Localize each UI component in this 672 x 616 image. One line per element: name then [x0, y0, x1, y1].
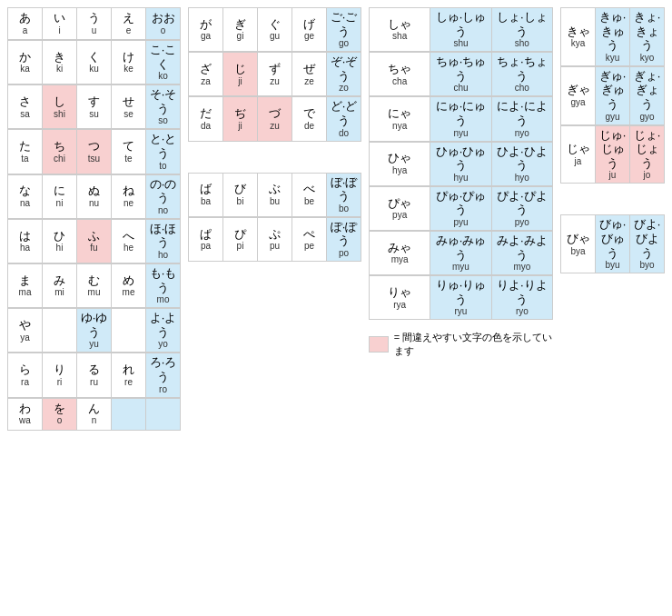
romaji-u: u [92, 25, 97, 36]
table-ja: じゃja じゅ·じゅうju じょ·じょうjo [560, 125, 665, 184]
kana-oo: おお [152, 11, 175, 25]
legend-text: = 間違えやすい文字の色を示しています [394, 331, 553, 358]
romaji-o: o [161, 25, 166, 36]
right-section: しゃsha しゅ·しゅうshu しょ·しょうsho ちゃcha ちゅ·ちゅうch… [369, 7, 553, 431]
table-sa: さsa しshi すsu せse そ·そうso [7, 84, 181, 129]
legend: = 間違えやすい文字の色を示しています [369, 331, 553, 358]
table-empty1 [188, 142, 361, 173]
middle-section: がga ぎgi ぐgu げge ご·ごうgo ざza じji ずzu ぜze ぞ… [188, 7, 361, 431]
table-gya: ぎゃgya ぎゅ·ぎゅうgyu ぎょ·ぎょうgyo [560, 66, 665, 125]
table-nya: にゃnya にゅ·にゅうnyu によ·にようnyo [369, 96, 553, 141]
table-spacer2 [560, 184, 665, 214]
table-aiueo: あa いi うu えe おおo [7, 7, 181, 40]
table-ta: たta ちchi つtsu てte と·とうto [7, 129, 181, 174]
table-mya: みゃmya みゅ·みゅうmyu みよ·みようmyo [369, 231, 553, 275]
table-ka: かka きki くku けke こ·こくko [7, 40, 181, 84]
table-na: なna にni ぬnu ねne の·のうno [7, 174, 181, 219]
kana-e: え [123, 11, 134, 25]
table-rya: りゃrya りゅ·りゅうryu りよ·りようryo [369, 275, 553, 320]
table-wa: わwa をo んn [7, 398, 181, 431]
table-hya: ひゃhya ひゅ·ひゅうhyu ひよ·ひようhyo [369, 142, 553, 186]
romaji-a: a [23, 25, 28, 36]
romaji-i: i [58, 25, 60, 36]
left-section: あa いi うu えe おおo かka きki くku けke こ·こくko さ… [7, 7, 181, 431]
table-pya: ぴゃpya ぴゅ·ぴゅうpyu ぴよ·ぴようpyo [369, 186, 553, 231]
table-ma: まma みmi むmu めme も·もうmo [7, 263, 181, 308]
table-za: ざza じji ずzu ぜze ぞ·ぞうzo [188, 52, 361, 96]
far-right-section: きゃkya きゅ·きゅうkyu きょ·きょうkyo ぎゃgya ぎゅ·ぎゅうgy… [560, 7, 665, 431]
kana-u: う [88, 11, 100, 25]
legend-pink-box [369, 336, 389, 353]
table-ha: はha ひhi ふfu へhe ほ·ほうho [7, 219, 181, 263]
table-cha: ちゃcha ちゅ·ちゅうchu ちょ·ちょうcho [369, 52, 553, 96]
romaji-e: e [126, 25, 132, 36]
table-ga: がga ぎgi ぐgu げge ご·ごうgo [188, 7, 361, 52]
table-ra: らra りri るru れre ろ·ろうro [7, 353, 181, 397]
main-container: あa いi うu えe おおo かka きki くku けke こ·こくko さ… [7, 7, 665, 431]
table-pa: ぱpa ぴpi ぷpu ぺpe ぽ·ぽうpo [188, 217, 361, 262]
table-kya-top: きゃkya きゅ·きゅうkyu きょ·きょうkyo [560, 7, 665, 66]
kana-i: い [54, 11, 65, 25]
table-ya: やya ゆ·ゆうyu よ·ようyo [7, 308, 181, 353]
kana-a: あ [19, 11, 31, 25]
table-ba: ばba びbi ぶbu べbe ぼ·ぼうbo [188, 173, 361, 217]
table-bya: びゃbya びゅ·びゅうbyu びよ·びようbyo [560, 214, 665, 273]
table-da: だda ぢji づzu でde ど·どうdo [188, 96, 361, 141]
table-sha: しゃsha しゅ·しゅうshu しょ·しょうsho [369, 7, 553, 52]
